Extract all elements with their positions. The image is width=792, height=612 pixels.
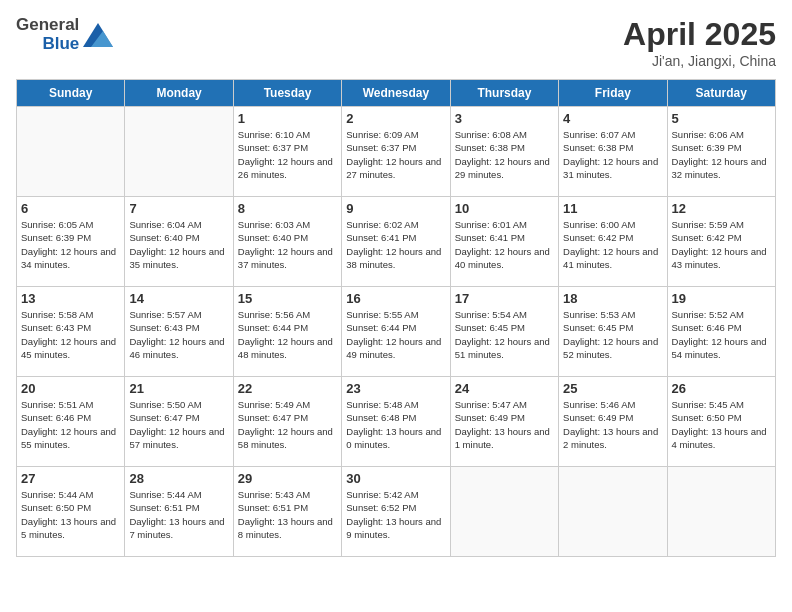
day-cell: 15Sunrise: 5:56 AM Sunset: 6:44 PM Dayli… xyxy=(233,287,341,377)
day-cell: 16Sunrise: 5:55 AM Sunset: 6:44 PM Dayli… xyxy=(342,287,450,377)
day-info: Sunrise: 6:03 AM Sunset: 6:40 PM Dayligh… xyxy=(238,218,337,271)
day-number: 10 xyxy=(455,201,554,216)
day-info: Sunrise: 6:08 AM Sunset: 6:38 PM Dayligh… xyxy=(455,128,554,181)
weekday-header-sunday: Sunday xyxy=(17,80,125,107)
day-number: 12 xyxy=(672,201,771,216)
day-number: 17 xyxy=(455,291,554,306)
week-row-3: 13Sunrise: 5:58 AM Sunset: 6:43 PM Dayli… xyxy=(17,287,776,377)
day-number: 27 xyxy=(21,471,120,486)
day-number: 11 xyxy=(563,201,662,216)
day-info: Sunrise: 5:48 AM Sunset: 6:48 PM Dayligh… xyxy=(346,398,445,451)
day-cell: 5Sunrise: 6:06 AM Sunset: 6:39 PM Daylig… xyxy=(667,107,775,197)
week-row-4: 20Sunrise: 5:51 AM Sunset: 6:46 PM Dayli… xyxy=(17,377,776,467)
day-cell: 19Sunrise: 5:52 AM Sunset: 6:46 PM Dayli… xyxy=(667,287,775,377)
day-number: 24 xyxy=(455,381,554,396)
day-number: 21 xyxy=(129,381,228,396)
day-info: Sunrise: 6:10 AM Sunset: 6:37 PM Dayligh… xyxy=(238,128,337,181)
day-cell: 2Sunrise: 6:09 AM Sunset: 6:37 PM Daylig… xyxy=(342,107,450,197)
day-info: Sunrise: 6:06 AM Sunset: 6:39 PM Dayligh… xyxy=(672,128,771,181)
day-cell: 1Sunrise: 6:10 AM Sunset: 6:37 PM Daylig… xyxy=(233,107,341,197)
day-info: Sunrise: 5:52 AM Sunset: 6:46 PM Dayligh… xyxy=(672,308,771,361)
day-cell: 9Sunrise: 6:02 AM Sunset: 6:41 PM Daylig… xyxy=(342,197,450,287)
day-number: 22 xyxy=(238,381,337,396)
day-info: Sunrise: 5:59 AM Sunset: 6:42 PM Dayligh… xyxy=(672,218,771,271)
logo-icon xyxy=(83,23,113,47)
day-number: 20 xyxy=(21,381,120,396)
day-cell: 20Sunrise: 5:51 AM Sunset: 6:46 PM Dayli… xyxy=(17,377,125,467)
day-cell: 11Sunrise: 6:00 AM Sunset: 6:42 PM Dayli… xyxy=(559,197,667,287)
day-cell: 7Sunrise: 6:04 AM Sunset: 6:40 PM Daylig… xyxy=(125,197,233,287)
day-cell: 25Sunrise: 5:46 AM Sunset: 6:49 PM Dayli… xyxy=(559,377,667,467)
day-number: 16 xyxy=(346,291,445,306)
weekday-header-wednesday: Wednesday xyxy=(342,80,450,107)
day-cell: 13Sunrise: 5:58 AM Sunset: 6:43 PM Dayli… xyxy=(17,287,125,377)
day-info: Sunrise: 6:00 AM Sunset: 6:42 PM Dayligh… xyxy=(563,218,662,271)
day-info: Sunrise: 5:51 AM Sunset: 6:46 PM Dayligh… xyxy=(21,398,120,451)
day-info: Sunrise: 5:58 AM Sunset: 6:43 PM Dayligh… xyxy=(21,308,120,361)
day-cell: 3Sunrise: 6:08 AM Sunset: 6:38 PM Daylig… xyxy=(450,107,558,197)
day-number: 26 xyxy=(672,381,771,396)
day-cell: 21Sunrise: 5:50 AM Sunset: 6:47 PM Dayli… xyxy=(125,377,233,467)
day-info: Sunrise: 6:05 AM Sunset: 6:39 PM Dayligh… xyxy=(21,218,120,271)
day-number: 29 xyxy=(238,471,337,486)
day-number: 14 xyxy=(129,291,228,306)
day-cell xyxy=(17,107,125,197)
day-info: Sunrise: 6:04 AM Sunset: 6:40 PM Dayligh… xyxy=(129,218,228,271)
day-number: 3 xyxy=(455,111,554,126)
day-cell: 30Sunrise: 5:42 AM Sunset: 6:52 PM Dayli… xyxy=(342,467,450,557)
day-number: 8 xyxy=(238,201,337,216)
day-cell: 28Sunrise: 5:44 AM Sunset: 6:51 PM Dayli… xyxy=(125,467,233,557)
day-cell: 8Sunrise: 6:03 AM Sunset: 6:40 PM Daylig… xyxy=(233,197,341,287)
title-area: April 2025 Ji'an, Jiangxi, China xyxy=(623,16,776,69)
day-info: Sunrise: 5:56 AM Sunset: 6:44 PM Dayligh… xyxy=(238,308,337,361)
header: General Blue April 2025 Ji'an, Jiangxi, … xyxy=(16,16,776,69)
day-number: 23 xyxy=(346,381,445,396)
day-cell: 6Sunrise: 6:05 AM Sunset: 6:39 PM Daylig… xyxy=(17,197,125,287)
day-cell xyxy=(125,107,233,197)
day-info: Sunrise: 5:50 AM Sunset: 6:47 PM Dayligh… xyxy=(129,398,228,451)
weekday-header-friday: Friday xyxy=(559,80,667,107)
calendar-subtitle: Ji'an, Jiangxi, China xyxy=(623,53,776,69)
day-info: Sunrise: 5:55 AM Sunset: 6:44 PM Dayligh… xyxy=(346,308,445,361)
day-info: Sunrise: 5:45 AM Sunset: 6:50 PM Dayligh… xyxy=(672,398,771,451)
day-number: 7 xyxy=(129,201,228,216)
day-number: 15 xyxy=(238,291,337,306)
weekday-header-row: SundayMondayTuesdayWednesdayThursdayFrid… xyxy=(17,80,776,107)
day-info: Sunrise: 5:49 AM Sunset: 6:47 PM Dayligh… xyxy=(238,398,337,451)
day-number: 25 xyxy=(563,381,662,396)
day-info: Sunrise: 6:07 AM Sunset: 6:38 PM Dayligh… xyxy=(563,128,662,181)
day-cell: 23Sunrise: 5:48 AM Sunset: 6:48 PM Dayli… xyxy=(342,377,450,467)
weekday-header-saturday: Saturday xyxy=(667,80,775,107)
logo-blue: Blue xyxy=(42,35,79,54)
day-cell: 4Sunrise: 6:07 AM Sunset: 6:38 PM Daylig… xyxy=(559,107,667,197)
day-cell xyxy=(667,467,775,557)
weekday-header-monday: Monday xyxy=(125,80,233,107)
day-cell: 24Sunrise: 5:47 AM Sunset: 6:49 PM Dayli… xyxy=(450,377,558,467)
day-number: 9 xyxy=(346,201,445,216)
day-number: 6 xyxy=(21,201,120,216)
day-info: Sunrise: 5:53 AM Sunset: 6:45 PM Dayligh… xyxy=(563,308,662,361)
day-cell xyxy=(450,467,558,557)
week-row-2: 6Sunrise: 6:05 AM Sunset: 6:39 PM Daylig… xyxy=(17,197,776,287)
day-info: Sunrise: 6:09 AM Sunset: 6:37 PM Dayligh… xyxy=(346,128,445,181)
day-number: 4 xyxy=(563,111,662,126)
day-cell: 10Sunrise: 6:01 AM Sunset: 6:41 PM Dayli… xyxy=(450,197,558,287)
day-number: 5 xyxy=(672,111,771,126)
day-info: Sunrise: 5:42 AM Sunset: 6:52 PM Dayligh… xyxy=(346,488,445,541)
weekday-header-thursday: Thursday xyxy=(450,80,558,107)
day-number: 19 xyxy=(672,291,771,306)
weekday-header-tuesday: Tuesday xyxy=(233,80,341,107)
day-number: 13 xyxy=(21,291,120,306)
logo: General Blue xyxy=(16,16,113,53)
day-info: Sunrise: 5:47 AM Sunset: 6:49 PM Dayligh… xyxy=(455,398,554,451)
day-info: Sunrise: 5:44 AM Sunset: 6:50 PM Dayligh… xyxy=(21,488,120,541)
day-number: 2 xyxy=(346,111,445,126)
day-cell: 22Sunrise: 5:49 AM Sunset: 6:47 PM Dayli… xyxy=(233,377,341,467)
day-cell: 17Sunrise: 5:54 AM Sunset: 6:45 PM Dayli… xyxy=(450,287,558,377)
calendar-table: SundayMondayTuesdayWednesdayThursdayFrid… xyxy=(16,79,776,557)
week-row-5: 27Sunrise: 5:44 AM Sunset: 6:50 PM Dayli… xyxy=(17,467,776,557)
day-number: 28 xyxy=(129,471,228,486)
day-info: Sunrise: 5:54 AM Sunset: 6:45 PM Dayligh… xyxy=(455,308,554,361)
day-cell: 12Sunrise: 5:59 AM Sunset: 6:42 PM Dayli… xyxy=(667,197,775,287)
day-number: 30 xyxy=(346,471,445,486)
